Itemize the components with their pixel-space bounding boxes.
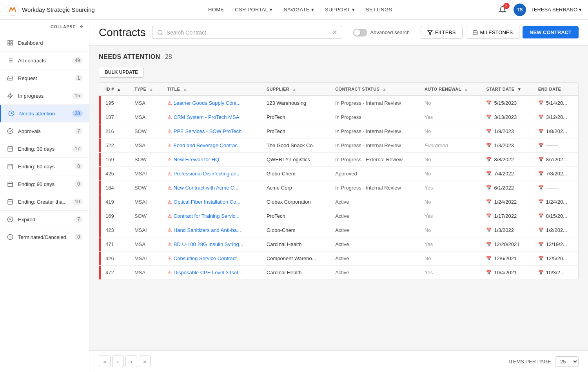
- table-row[interactable]: 169 SOW ⚠Contract for Training Servic...…: [99, 209, 578, 223]
- alert-icon: ⚠: [167, 157, 172, 162]
- cell-title[interactable]: ⚠Optical Fiber Installation Co...: [163, 195, 262, 209]
- section-title: NEEDS ATTENTION: [99, 53, 160, 60]
- bulk-update-button[interactable]: BULK UPDATE: [99, 67, 144, 78]
- cell-title[interactable]: ⚠Consulting Service Contract: [163, 252, 262, 266]
- cell-id: 426: [101, 252, 130, 266]
- new-contract-button[interactable]: NEW CONTRACT: [523, 26, 579, 38]
- list-icon: [6, 57, 14, 64]
- sidebar-item-ending-greater[interactable]: Ending: Greater tha... 10: [0, 193, 89, 211]
- cell-title[interactable]: ⚠New Firewall for HQ: [163, 153, 262, 167]
- search-input[interactable]: [167, 29, 329, 36]
- cell-title[interactable]: ⚠Food and Beverage Contrac...: [163, 139, 262, 153]
- cell-title[interactable]: ⚠CRM System - ProTech MSA: [163, 110, 262, 124]
- cell-title[interactable]: ⚠Disposable CPE Level 3 Isol...: [163, 266, 262, 280]
- cell-type: MSAI: [130, 167, 163, 181]
- alert-icon: ⚠: [167, 171, 172, 177]
- items-per-page-select[interactable]: 10 25 50 100: [555, 356, 579, 367]
- milestones-button[interactable]: MILESTONES: [466, 26, 520, 39]
- calendar-icon: 📅: [486, 115, 492, 120]
- table-row[interactable]: 159 SOW ⚠New Firewall for HQ QWERTY Logi…: [99, 153, 578, 167]
- sidebar-item-dashboard[interactable]: Dashboard: [0, 34, 89, 52]
- sidebar-item-expired[interactable]: Expired 7: [0, 211, 89, 228]
- cell-id: 184: [101, 181, 130, 195]
- alert-icon: ⚠: [167, 128, 172, 134]
- table-row[interactable]: 425 MSAI ⚠Professional Disinfecting an..…: [99, 167, 578, 181]
- nav-csr-portal[interactable]: CSR PORTAL ▾: [230, 4, 277, 15]
- cell-auto-renewal: No: [420, 153, 481, 167]
- cell-end-date: 📅 -------: [534, 181, 578, 195]
- sidebar-item-ending-60[interactable]: Ending: 60 days 0: [0, 158, 89, 175]
- col-auto-renewal[interactable]: AUTO RENEWAL ▲: [420, 83, 481, 96]
- user-name-display[interactable]: TERESA SERRANO ▾: [531, 7, 582, 13]
- table-row[interactable]: 419 MSAI ⚠Optical Fiber Installation Co.…: [99, 195, 578, 209]
- table-row[interactable]: 471 MSA ⚠BD U-100 28G Insulin Syring... …: [99, 237, 578, 252]
- table-row[interactable]: 472 MSA ⚠Disposable CPE Level 3 Isol... …: [99, 266, 578, 280]
- notifications-button[interactable]: 3: [496, 4, 509, 16]
- sidebar-item-label: Request: [18, 75, 74, 81]
- table-row[interactable]: 195 MSA ⚠Leather Goods Supply Cont... 12…: [99, 96, 578, 110]
- table-row[interactable]: 216 SOW ⚠PPE Services - SOW ProTech ProT…: [99, 124, 578, 139]
- cell-auto-renewal: No: [420, 252, 481, 266]
- cell-auto-renewal: Yes: [420, 181, 481, 195]
- cell-supplier: Component Wareho...: [262, 252, 330, 266]
- calendar-icon: 📅: [538, 270, 544, 275]
- nav-navigate[interactable]: NAVIGATE ▾: [279, 4, 319, 15]
- nav-settings[interactable]: SETTINGS: [361, 4, 397, 15]
- pagination-last[interactable]: »: [139, 356, 151, 367]
- col-type[interactable]: TYPE ▲: [130, 83, 163, 96]
- cell-title[interactable]: ⚠Contract for Training Servic...: [163, 209, 262, 223]
- cell-supplier: Cardinal Health: [262, 237, 330, 252]
- advanced-search-toggle[interactable]: Advanced search: [348, 26, 414, 39]
- table-row[interactable]: 423 MSAI ⚠Hand Sanitizers and Anti-ba...…: [99, 223, 578, 237]
- pagination-first[interactable]: «: [99, 356, 111, 367]
- cell-title[interactable]: ⚠BD U-100 28G Insulin Syring...: [163, 237, 262, 252]
- sidebar-item-approvals[interactable]: Approvals 7: [0, 122, 89, 140]
- col-supplier[interactable]: SUPPLIER ▲: [262, 83, 330, 96]
- nav-home[interactable]: HOME: [203, 4, 229, 15]
- table-row[interactable]: 184 SOW ⚠New Contract with Acme C... Acm…: [99, 181, 578, 195]
- alert-icon: ⚠: [167, 213, 172, 219]
- cell-title[interactable]: ⚠Professional Disinfecting an...: [163, 167, 262, 181]
- sidebar-item-request[interactable]: Request 1: [0, 69, 89, 87]
- table-row[interactable]: 426 MSAI ⚠Consulting Service Contract Co…: [99, 252, 578, 266]
- sidebar-item-label: All contracts: [18, 58, 72, 64]
- pagination-prev[interactable]: ‹: [112, 356, 124, 367]
- search-clear-button[interactable]: ✕: [332, 29, 337, 36]
- calendar-icon: 📅: [538, 143, 544, 148]
- section-count: 28: [165, 53, 172, 60]
- sidebar-item-count: 0: [74, 163, 83, 170]
- collapse-button[interactable]: COLLAPSE: [0, 20, 89, 34]
- inbox-icon: [6, 74, 14, 82]
- pagination-next[interactable]: ›: [125, 356, 137, 367]
- sidebar-item-ending-30[interactable]: Ending: 30 days 17: [0, 140, 89, 158]
- sidebar-item-count: 17: [72, 146, 83, 152]
- cell-end-date: 📅 1/8/202...: [534, 124, 578, 139]
- sidebar-item-all-contracts[interactable]: All contracts 49: [0, 52, 89, 69]
- svg-rect-26: [8, 200, 13, 204]
- sidebar-item-ending-90[interactable]: Ending: 90 days 0: [0, 175, 89, 193]
- table-row[interactable]: 522 MSA ⚠Food and Beverage Contrac... Th…: [99, 139, 578, 153]
- user-avatar[interactable]: TS: [514, 4, 526, 16]
- sort-icon: ▲: [183, 87, 187, 91]
- sidebar-item-in-progress[interactable]: In progress 15: [0, 87, 89, 105]
- cell-auto-renewal: No: [420, 124, 481, 139]
- nav-support[interactable]: SUPPORT ▾: [320, 4, 359, 15]
- cell-status: In Progress: [330, 110, 420, 124]
- cell-title[interactable]: ⚠Hand Sanitizers and Anti-ba...: [163, 223, 262, 237]
- cell-start-date: 📅 8/8/2022: [481, 153, 533, 167]
- cell-title[interactable]: ⚠Leather Goods Supply Cont...: [163, 96, 262, 110]
- col-status[interactable]: CONTRACT STATUS ▲: [330, 83, 420, 96]
- app-logo[interactable]: Workday Strategic Sourcing: [6, 4, 95, 16]
- cell-title[interactable]: ⚠New Contract with Acme C...: [163, 181, 262, 195]
- cell-id: 159: [101, 153, 130, 167]
- col-title[interactable]: TITLE ▲: [163, 83, 262, 96]
- col-start-date[interactable]: START DATE ▼: [481, 83, 533, 96]
- sidebar-item-terminated[interactable]: Terminated/Canceled 0: [0, 228, 89, 246]
- svg-marker-37: [428, 30, 432, 35]
- cell-title[interactable]: ⚠PPE Services - SOW ProTech: [163, 124, 262, 139]
- table-row[interactable]: 187 MSA ⚠CRM System - ProTech MSA ProTec…: [99, 110, 578, 124]
- advanced-search-switch[interactable]: [353, 29, 367, 36]
- col-id[interactable]: ID # ▲: [101, 83, 130, 96]
- filters-button[interactable]: FILTERS: [421, 26, 463, 39]
- sidebar-item-needs-attention[interactable]: Needs attention 28: [0, 105, 89, 122]
